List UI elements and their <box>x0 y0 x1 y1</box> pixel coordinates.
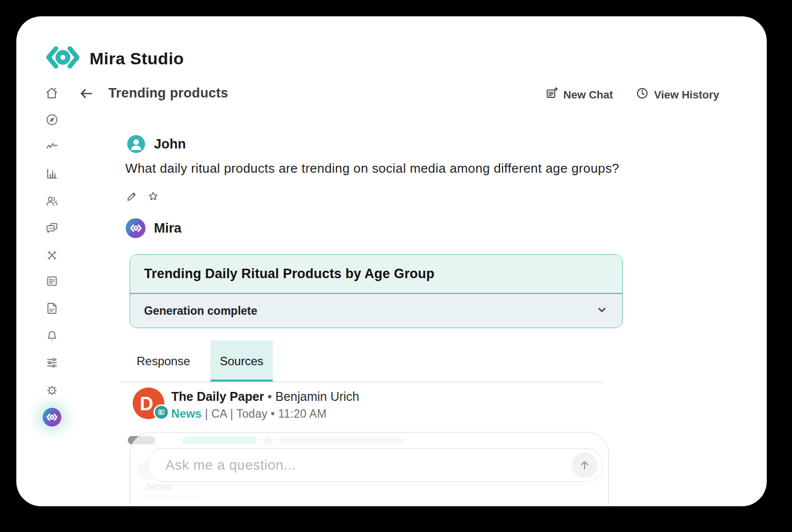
newspaper-badge-icon <box>153 404 169 420</box>
source-publication: The Daily Paper <box>171 389 264 403</box>
arrow-up-icon <box>578 459 591 472</box>
tab-sources[interactable]: Sources <box>210 340 273 382</box>
new-chat-icon <box>545 87 558 103</box>
mira-avatar <box>126 218 146 238</box>
document-icon[interactable] <box>45 301 59 315</box>
page-title: Trending products <box>108 86 228 101</box>
question-input-container <box>147 448 603 482</box>
source-category: News <box>171 407 201 420</box>
mira-eye-logo-icon <box>44 45 82 72</box>
user-avatar <box>127 135 145 153</box>
message-actions <box>126 191 159 203</box>
view-history-button[interactable]: View History <box>636 87 719 103</box>
app-title: Mira Studio <box>90 49 184 68</box>
notifications-bell-icon[interactable] <box>45 329 59 343</box>
question-input[interactable] <box>148 457 572 473</box>
artifact-card: Trending Daily Ritual Products by Age Gr… <box>130 254 623 328</box>
bar-chart-icon[interactable] <box>45 167 59 181</box>
back-arrow-icon[interactable] <box>79 86 94 102</box>
assistant-name: Mira <box>154 221 182 236</box>
activity-icon[interactable] <box>45 140 59 153</box>
mira-sidebar-avatar[interactable] <box>43 408 61 427</box>
assistant-message-header: Mira <box>126 218 182 238</box>
header-actions: New Chat View History <box>545 87 719 103</box>
view-history-label: View History <box>654 89 719 101</box>
new-chat-label: New Chat <box>563 89 613 101</box>
artifact-title: Trending Daily Ritual Products by Age Gr… <box>144 266 435 282</box>
source-author: Benjamin Urich <box>275 389 359 403</box>
source-avatar: D <box>133 387 164 419</box>
artifact-header: Trending Daily Ritual Products by Age Gr… <box>130 255 622 293</box>
home-icon[interactable] <box>45 86 59 102</box>
composer-panel <box>130 432 609 506</box>
chats-icon[interactable] <box>45 221 59 235</box>
artifact-status-text: Generation complete <box>144 304 257 318</box>
source-separator: • <box>268 389 272 403</box>
star-icon[interactable] <box>148 191 159 203</box>
user-name: John <box>154 137 186 152</box>
preferences-sliders-icon[interactable] <box>45 356 59 370</box>
artifact-status-bar[interactable]: Generation complete <box>130 293 622 328</box>
new-chat-button[interactable]: New Chat <box>545 87 613 103</box>
app-logo: Mira Studio <box>44 45 184 72</box>
user-question-text: What daily ritual products are trending … <box>125 161 744 176</box>
notes-icon[interactable] <box>45 274 59 288</box>
clock-icon <box>636 87 649 103</box>
tab-response[interactable]: Response <box>137 340 190 382</box>
settings-gear-icon[interactable] <box>45 384 59 397</box>
source-meta-line: News | CA | Today • 11:20 AM <box>171 407 359 421</box>
user-message-header: John <box>127 135 186 153</box>
edit-pencil-icon[interactable] <box>126 191 138 203</box>
chevron-down-icon[interactable] <box>595 303 608 318</box>
app-window: Mira Studio Trending products New Chat <box>16 16 767 506</box>
source-details: | CA | Today • 11:20 AM <box>201 407 327 420</box>
tabs-divider <box>120 382 603 383</box>
users-icon[interactable] <box>45 194 59 208</box>
compass-icon[interactable] <box>45 113 59 127</box>
network-icon[interactable] <box>45 248 59 262</box>
source-list-item[interactable]: D The Daily Paper • Benjamin Urich News … <box>133 387 359 421</box>
send-button[interactable] <box>572 452 597 478</box>
source-title-line: The Daily Paper • Benjamin Urich <box>171 389 359 404</box>
source-text: The Daily Paper • Benjamin Urich News | … <box>171 387 359 421</box>
